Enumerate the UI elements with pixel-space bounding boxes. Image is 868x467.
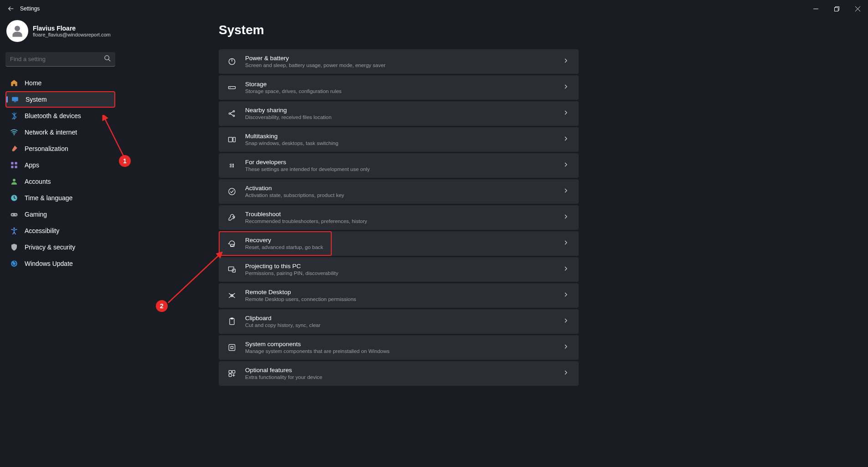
sidebar-item-label: Home <box>25 79 41 87</box>
remote-icon <box>227 291 237 301</box>
setting-title: Multitasking <box>245 132 339 140</box>
search-box[interactable] <box>5 52 115 67</box>
sidebar-item-label: System <box>26 96 47 103</box>
setting-optional-features[interactable]: Optional features Extra functionality fo… <box>219 361 579 386</box>
setting-system-components[interactable]: System components Manage system componen… <box>219 335 579 360</box>
setting-description: Manage system components that are preins… <box>245 348 390 355</box>
setting-projecting-to-this-pc[interactable]: Projecting to this PC Permissions, pairi… <box>219 257 579 282</box>
power-icon <box>227 57 237 67</box>
setting-title: Troubleshoot <box>245 210 367 218</box>
setting-recovery[interactable]: Recovery Reset, advanced startup, go bac… <box>219 231 579 256</box>
chevron-right-icon <box>562 343 570 352</box>
setting-description: Storage space, drives, configuration rul… <box>245 88 342 95</box>
apps-icon <box>10 161 18 169</box>
setting-description: Permissions, pairing PIN, discoverabilit… <box>245 270 339 277</box>
update-icon <box>10 259 18 268</box>
sidebar: Flavius Floare floare_flavius@windowsrep… <box>0 17 121 467</box>
check-circle-icon <box>227 187 237 197</box>
setting-description: Discoverability, received files location <box>245 114 332 121</box>
setting-title: For developers <box>245 158 370 166</box>
svg-point-1 <box>15 26 20 31</box>
dev-icon <box>227 161 237 171</box>
sidebar-item-accounts[interactable]: Accounts <box>5 173 115 190</box>
project-icon <box>227 265 237 275</box>
sidebar-item-label: Windows Update <box>25 260 73 267</box>
setting-title: Projecting to this PC <box>245 262 339 270</box>
setting-description: Extra functionality for your device <box>245 374 322 381</box>
setting-title: Remote Desktop <box>245 288 356 296</box>
bluetooth-icon <box>10 112 18 120</box>
chevron-right-icon <box>562 187 570 196</box>
chevron-right-icon <box>562 83 570 92</box>
setting-troubleshoot[interactable]: Troubleshoot Recommended troubleshooters… <box>219 205 579 230</box>
accessibility-icon <box>10 227 18 235</box>
sidebar-item-label: Bluetooth & devices <box>25 112 81 119</box>
setting-description: Cut and copy history, sync, clear <box>245 322 320 329</box>
maximize-button[interactable] <box>826 1 847 16</box>
setting-remote-desktop[interactable]: Remote Desktop Remote Desktop users, con… <box>219 283 579 308</box>
setting-title: Clipboard <box>245 314 320 322</box>
profile-email: floare_flavius@windowsreport.com <box>33 32 111 37</box>
sidebar-item-label: Time & language <box>25 194 72 202</box>
wrench-icon <box>227 213 237 223</box>
wifi-icon <box>10 128 18 136</box>
setting-clipboard[interactable]: Clipboard Cut and copy history, sync, cl… <box>219 309 579 334</box>
close-button[interactable] <box>847 1 868 16</box>
sidebar-item-label: Privacy & security <box>25 244 75 251</box>
sidebar-item-apps[interactable]: Apps <box>5 157 115 173</box>
sidebar-item-accessibility[interactable]: Accessibility <box>5 223 115 239</box>
sidebar-item-privacy-security[interactable]: Privacy & security <box>5 239 115 255</box>
clipboard-icon <box>227 317 237 327</box>
components-icon <box>227 342 237 353</box>
page-title: System <box>219 23 868 37</box>
setting-description: Snap windows, desktops, task switching <box>245 140 339 147</box>
clock-globe-icon <box>10 194 18 202</box>
window-title: Settings <box>20 5 40 12</box>
recovery-icon <box>227 239 237 249</box>
setting-for-developers[interactable]: For developers These settings are intend… <box>219 153 579 178</box>
setting-title: Activation <box>245 184 344 192</box>
sidebar-item-label: Personalization <box>25 145 68 152</box>
display-icon <box>11 95 19 104</box>
sidebar-item-home[interactable]: Home <box>5 75 115 91</box>
sidebar-item-system[interactable]: System <box>5 91 115 108</box>
setting-title: Nearby sharing <box>245 106 332 114</box>
sidebar-item-network-internet[interactable]: Network & internet <box>5 124 115 140</box>
chevron-right-icon <box>562 291 570 300</box>
chevron-right-icon <box>562 265 570 274</box>
setting-description: Activation state, subscriptions, product… <box>245 192 344 199</box>
storage-icon <box>227 83 237 93</box>
setting-activation[interactable]: Activation Activation state, subscriptio… <box>219 179 579 204</box>
sidebar-item-gaming[interactable]: Gaming <box>5 206 115 223</box>
setting-description: Remote Desktop users, connection permiss… <box>245 296 356 303</box>
gamepad-icon <box>10 210 18 218</box>
setting-nearby-sharing[interactable]: Nearby sharing Discoverability, received… <box>219 101 579 126</box>
profile[interactable]: Flavius Floare floare_flavius@windowsrep… <box>5 20 115 42</box>
home-icon <box>10 79 18 87</box>
chevron-right-icon <box>562 369 570 378</box>
back-button[interactable] <box>5 2 17 15</box>
main: System Power & battery Screen and sleep,… <box>121 17 868 467</box>
optional-icon <box>227 368 237 379</box>
search-input[interactable] <box>10 56 104 62</box>
sidebar-item-bluetooth-devices[interactable]: Bluetooth & devices <box>5 108 115 124</box>
sidebar-item-label: Apps <box>25 161 39 169</box>
setting-multitasking[interactable]: Multitasking Snap windows, desktops, tas… <box>219 127 579 152</box>
setting-description: Recommended troubleshooters, preferences… <box>245 218 367 225</box>
setting-title: Recovery <box>245 236 323 244</box>
multitask-icon <box>227 135 237 145</box>
chevron-right-icon <box>562 317 570 326</box>
person-icon <box>10 177 18 186</box>
sidebar-item-time-language[interactable]: Time & language <box>5 190 115 206</box>
sidebar-item-personalization[interactable]: Personalization <box>5 140 115 157</box>
svg-rect-0 <box>834 7 838 11</box>
share-icon <box>227 109 237 119</box>
profile-name: Flavius Floare <box>33 25 111 32</box>
setting-storage[interactable]: Storage Storage space, drives, configura… <box>219 75 579 100</box>
sidebar-item-windows-update[interactable]: Windows Update <box>5 255 115 272</box>
setting-title: Power & battery <box>245 54 385 62</box>
sidebar-item-label: Accounts <box>25 178 51 185</box>
setting-power-battery[interactable]: Power & battery Screen and sleep, batter… <box>219 49 579 74</box>
minimize-button[interactable] <box>805 1 826 16</box>
svg-point-2 <box>105 56 109 60</box>
